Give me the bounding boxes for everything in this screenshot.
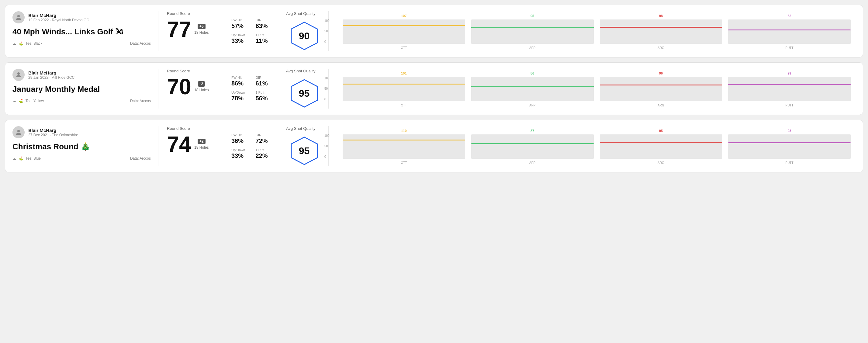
- bar-value-putt: 82: [788, 14, 792, 18]
- updown-label: Up/Down: [231, 148, 250, 152]
- bar-axis-arg: ARG: [658, 161, 664, 164]
- bar-value-arg: 95: [659, 129, 663, 132]
- hexagon-score: 90: [299, 30, 310, 42]
- hexagon: 90: [289, 21, 319, 51]
- bar-axis-putt: PUTT: [785, 161, 794, 164]
- score-big: 70: [167, 76, 191, 98]
- bar-col-putt: 99 PUTT: [728, 71, 851, 107]
- bar-value-arg: 96: [659, 71, 663, 75]
- bag-icon: ⛳: [19, 99, 23, 103]
- y-label-100: 100: [324, 19, 330, 23]
- stat-group: FW Hit 36% GIR 72% Up/Down 33% 1 Putt 22…: [231, 133, 274, 159]
- gir-value: 83%: [256, 23, 274, 30]
- bar-value-arg: 98: [659, 14, 663, 18]
- bar-bg-ott: [343, 77, 465, 101]
- oneputt-value: 56%: [256, 95, 274, 102]
- user-row: Blair McHarg 12 Feb 2022 · Royal North D…: [12, 11, 151, 23]
- bar-marker-putt: [728, 142, 851, 143]
- bar-bg-putt: [728, 20, 851, 44]
- card-chart: 100 50 0 101 OTT 86: [329, 69, 856, 108]
- avg-shot-label: Avg Shot Quality: [286, 69, 316, 73]
- y-label-0: 0: [324, 98, 330, 101]
- svg-point-0: [17, 15, 20, 17]
- bar-value-ott: 107: [401, 14, 406, 18]
- hexagon: 95: [289, 78, 319, 108]
- oneputt-label: 1 Putt: [256, 33, 274, 37]
- chart-wrapper: 100 50 0 101 OTT 86: [334, 70, 851, 107]
- bar-col-app: 86 APP: [471, 71, 594, 107]
- bar-chart: 110 OTT 87 APP 95: [343, 128, 851, 164]
- chart-y-labels: 100 50 0: [324, 76, 330, 101]
- bar-axis-ott: OTT: [401, 161, 407, 164]
- bar-axis-app: APP: [529, 161, 535, 164]
- card-footer: ☁ ⛳ Tee: Yellow Data: Arccos: [12, 99, 151, 103]
- bar-marker-arg: [600, 27, 722, 28]
- bar-marker-putt: [728, 30, 851, 30]
- fw-hit-label: FW Hit: [231, 76, 250, 80]
- bar-axis-app: APP: [529, 46, 535, 50]
- updown-label: Up/Down: [231, 33, 250, 37]
- hexagon-score: 95: [299, 145, 310, 157]
- y-label-0: 0: [324, 40, 330, 43]
- user-name: Blair McHarg: [28, 128, 78, 133]
- card-left: Blair McHarg 12 Feb 2022 · Royal North D…: [12, 11, 158, 51]
- round-card: Blair McHarg 12 Feb 2022 · Royal North D…: [5, 5, 863, 58]
- stat-updown: Up/Down 33%: [231, 33, 250, 44]
- hexagon-container: 90: [286, 21, 322, 51]
- fw-hit-value: 36%: [231, 137, 250, 145]
- score-big: 74: [167, 133, 191, 155]
- card-footer: ☁ ⛳ Tee: Black Data: Arccos: [12, 41, 151, 45]
- bar-bg-arg: [600, 20, 722, 44]
- y-label-50: 50: [324, 145, 330, 148]
- bar-wrapper-arg: [600, 134, 722, 159]
- round-card: Blair McHarg 27 Dec 2021 · The Oxfordshi…: [5, 120, 863, 173]
- bar-wrapper-putt: [728, 134, 851, 159]
- user-meta: 27 Dec 2021 · The Oxfordshire: [28, 133, 78, 137]
- bar-wrapper-ott: [343, 77, 465, 101]
- bar-wrapper-putt: [728, 77, 851, 101]
- score-badge: +5 18 Holes: [194, 24, 209, 35]
- bar-wrapper-ott: [343, 20, 465, 44]
- card-chart: 100 50 0 107 OTT 95: [329, 11, 856, 51]
- fw-hit-value: 86%: [231, 80, 250, 87]
- user-info: Blair McHarg 29 Jan 2022 · Mill Ride GCC: [28, 70, 74, 80]
- bar-axis-ott: OTT: [401, 104, 407, 107]
- bar-col-ott: 107 OTT: [343, 14, 465, 50]
- round-score-label: Round Score: [167, 126, 216, 131]
- bar-bg-putt: [728, 134, 851, 159]
- oneputt-value: 11%: [256, 37, 274, 44]
- stat-oneputt: 1 Putt 11%: [256, 33, 274, 44]
- bar-chart: 101 OTT 86 APP 96: [343, 70, 851, 107]
- stat-group: FW Hit 57% GIR 83% Up/Down 33% 1 Putt 11…: [231, 18, 274, 44]
- bar-bg-ott: [343, 134, 465, 159]
- svg-point-4: [17, 130, 20, 132]
- bar-col-arg: 95 ARG: [600, 129, 722, 164]
- bar-marker-arg: [600, 85, 722, 86]
- bar-value-putt: 99: [788, 71, 792, 75]
- stat-gir: GIR 72%: [256, 133, 274, 145]
- chart-wrapper: 100 50 0 110 OTT 87: [334, 128, 851, 164]
- bar-marker-putt: [728, 84, 851, 85]
- bar-bg-ott: [343, 20, 465, 44]
- oneputt-label: 1 Putt: [256, 91, 274, 94]
- card-stats: FW Hit 86% GIR 61% Up/Down 78% 1 Putt 56…: [225, 69, 280, 108]
- user-icon: [15, 71, 22, 79]
- y-label-100: 100: [324, 134, 330, 137]
- bar-chart: 107 OTT 95 APP 98: [343, 13, 851, 50]
- bar-axis-ott: OTT: [401, 46, 407, 50]
- chart-wrapper: 100 50 0 107 OTT 95: [334, 13, 851, 50]
- stat-fw-hit: FW Hit 86%: [231, 76, 250, 87]
- oneputt-label: 1 Putt: [256, 148, 274, 152]
- user-meta: 29 Jan 2022 · Mill Ride GCC: [28, 75, 74, 80]
- bar-col-app: 87 APP: [471, 129, 594, 164]
- chart-y-labels: 100 50 0: [324, 134, 330, 158]
- weather-icon: ☁: [12, 41, 16, 45]
- stat-fw-hit: FW Hit 36%: [231, 133, 250, 145]
- score-row: 74 +2 18 Holes: [167, 133, 216, 155]
- y-label-0: 0: [324, 155, 330, 158]
- weather-icon: ☁: [12, 99, 16, 103]
- avatar: [12, 11, 25, 23]
- card-stats: FW Hit 57% GIR 83% Up/Down 33% 1 Putt 11…: [225, 11, 280, 51]
- stat-gir: GIR 83%: [256, 18, 274, 30]
- tee-label: Tee: Yellow: [26, 99, 44, 103]
